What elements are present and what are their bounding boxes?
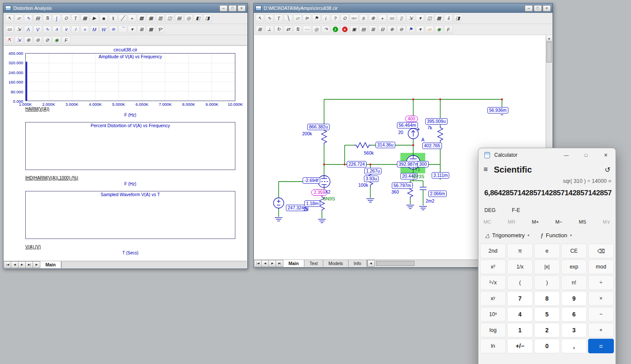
tab-main[interactable]: Main (40, 261, 61, 268)
run-icon[interactable]: ▶ (90, 15, 99, 22)
title-block-icon[interactable]: ▯ (397, 15, 406, 22)
component-mode-icon[interactable]: ⊳ (303, 15, 311, 22)
valley-icon[interactable]: V (33, 26, 42, 33)
horizontal-scrollbar[interactable] (61, 261, 247, 268)
pause-icon[interactable]: ‖ (109, 15, 117, 22)
calc-key[interactable]: x² (480, 260, 506, 274)
memory-button[interactable]: M− (555, 219, 562, 224)
component-value-label[interactable]: 20 (398, 130, 403, 135)
info-mode-icon[interactable]: i (322, 15, 330, 22)
component-value-label[interactable]: 360 (391, 189, 399, 195)
calc-key[interactable]: 3 (561, 323, 587, 337)
rise-icon[interactable]: ∧ (52, 26, 61, 33)
copy-icon[interactable]: ▣ (350, 26, 358, 33)
find-icon[interactable]: ◎ (312, 26, 321, 33)
calc-key[interactable]: 1/x (507, 260, 533, 274)
crosshair-icon[interactable]: + (378, 15, 387, 22)
page-nav-button[interactable]: ▶ (33, 261, 40, 268)
fall-icon[interactable]: ∨ (62, 26, 70, 33)
node-number-icon[interactable]: # (359, 15, 368, 22)
f-key-icon[interactable]: F (444, 26, 453, 33)
wire-mode-icon[interactable]: ∿ (265, 15, 273, 22)
minimize-button[interactable]: – (525, 5, 533, 12)
page-nav-button[interactable]: |◀ (4, 261, 11, 268)
remove-part-icon[interactable]: ⊟ (378, 26, 387, 33)
component-value-label[interactable]: 7k (427, 125, 432, 131)
component-value-label[interactable]: 100k (358, 182, 368, 188)
calc-key[interactable]: − (588, 307, 614, 322)
calc-key[interactable]: 2 (534, 323, 560, 337)
wave-source-icon[interactable]: ∿ (24, 15, 33, 22)
calc-key[interactable]: 6 (561, 307, 587, 322)
envelope-icon[interactable]: ≋ (109, 26, 117, 33)
point-tag-icon[interactable]: ⊙ (340, 15, 349, 22)
graphics-mode-icon[interactable]: ▱ (293, 15, 302, 22)
global-max-icon[interactable]: M (90, 26, 99, 33)
component-value-label[interactable]: 314.36u (376, 142, 395, 148)
component-value-label[interactable]: 866.382u (307, 124, 330, 130)
scrollbar-thumb[interactable] (376, 261, 415, 266)
peak-icon[interactable]: Λ (24, 26, 33, 33)
component-value-label[interactable]: 560k (364, 150, 374, 156)
page-nav-button[interactable]: ▶ (18, 261, 26, 268)
panel-icon[interactable]: ◨ (454, 15, 462, 22)
scrollbar-thumb[interactable] (547, 42, 552, 63)
select-arrow-icon[interactable]: ↖ (5, 15, 14, 22)
calc-key[interactable]: log (480, 323, 506, 337)
calc-key[interactable]: 10ˣ (480, 307, 506, 322)
series-label[interactable]: V(A) (V) (25, 245, 247, 251)
pin-connect-icon[interactable]: ⊕ (369, 15, 377, 22)
tracker-icon[interactable]: ▦ (147, 15, 155, 22)
memory-button[interactable]: MC (484, 219, 491, 224)
grid-icon[interactable]: ⊞ (255, 26, 264, 33)
zoom-x-icon[interactable]: ⇱ (5, 36, 14, 44)
properties-icon[interactable]: ▦ (81, 15, 89, 22)
calc-key[interactable]: exp (561, 260, 587, 274)
cross-wave-icon[interactable]: × (81, 26, 89, 33)
calc-key[interactable]: |x| (534, 260, 560, 274)
component-value-label[interactable]: 395.009u (425, 118, 448, 125)
add-part-icon[interactable]: ⊞ (369, 26, 377, 33)
grid-toggle-icon[interactable]: ▤ (175, 15, 183, 22)
error-icon[interactable]: × (340, 26, 349, 33)
component-value-label[interactable]: 1.18m (304, 200, 320, 207)
expand-icon[interactable]: ⇲ (406, 15, 415, 22)
stop-icon[interactable]: ■ (99, 15, 108, 22)
calc-key[interactable]: +/− (507, 339, 533, 353)
region-box-icon[interactable]: ▭ (5, 26, 14, 33)
memory-button[interactable]: M+ (532, 219, 539, 224)
component-list-icon[interactable]: ▱ (15, 15, 23, 22)
zoom-out-icon[interactable]: ⊖ (397, 26, 406, 33)
web-icon[interactable]: ◉ (52, 36, 61, 44)
flip-h-icon[interactable]: ⇄ (284, 26, 292, 33)
page-nav-button[interactable]: ▶ (269, 260, 276, 267)
line-mode-icon[interactable]: ╲ (284, 15, 292, 22)
calc-key[interactable]: 5 (534, 307, 560, 322)
calc-key[interactable]: 1 (507, 323, 533, 337)
component-value-label[interactable]: 56.464m (397, 122, 418, 128)
component-value-label[interactable]: 2m2 (426, 198, 434, 204)
optimize-icon[interactable]: ∫ (52, 15, 61, 22)
component-value-label[interactable]: 200k (302, 131, 312, 137)
zoom-in-icon[interactable]: ⊕ (24, 36, 33, 44)
zoom-y-icon[interactable]: ⇲ (15, 36, 23, 44)
series-label[interactable]: HARM(V(A)) (25, 107, 247, 113)
paste-icon[interactable]: ▤ (359, 26, 368, 33)
history-icon[interactable]: ↺ (605, 166, 610, 174)
calc-key[interactable]: × (588, 291, 614, 306)
pattern-icon[interactable]: ▩ (435, 15, 443, 22)
component-value-label[interactable]: 3.93u (364, 176, 379, 182)
global-min-icon[interactable]: W (99, 26, 108, 33)
slope-icon[interactable]: ∿ (43, 26, 51, 33)
p-key-icon[interactable]: 'P' (156, 26, 165, 33)
cursor-mode-icon[interactable]: ◎ (184, 15, 193, 22)
folder-icon[interactable]: ▱ (425, 26, 434, 33)
calculator-titlebar[interactable]: Calculator — □ ✕ (478, 148, 616, 162)
component-value-label[interactable]: 6P3S (413, 174, 424, 179)
component-value-label[interactable]: 400 (405, 116, 418, 122)
maximize-button[interactable]: □ (534, 5, 542, 12)
calc-key[interactable]: CE (561, 244, 587, 258)
calc-key[interactable]: π (507, 244, 533, 258)
help-mode-icon[interactable]: ? (331, 15, 340, 22)
rotate-icon[interactable]: ↻ (274, 26, 283, 33)
